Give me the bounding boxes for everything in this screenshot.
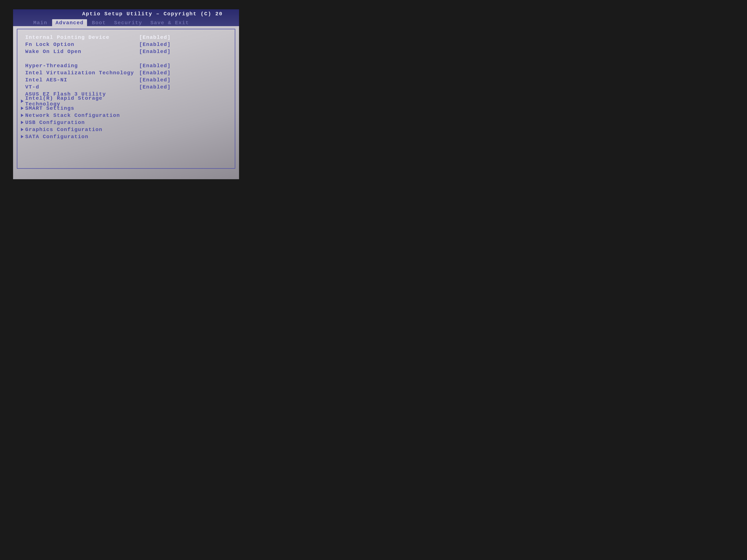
option-label: Intel AES-NI: [25, 77, 139, 83]
submenu-arrow-icon: [19, 107, 25, 110]
option-value: [Enabled]: [139, 84, 177, 90]
option-usb-configuration[interactable]: USB Configuration: [19, 119, 229, 126]
tab-main[interactable]: Main: [30, 19, 51, 26]
option-label: Network Stack Configuration: [25, 112, 139, 118]
option-label: SMART Settings: [25, 105, 139, 111]
submenu-arrow-icon: [19, 128, 25, 131]
option-sata-configuration[interactable]: SATA Configuration: [19, 133, 229, 140]
option-label: Graphics Configuration: [25, 127, 139, 133]
tab-save-exit[interactable]: Save & Exit: [147, 19, 192, 26]
option-smart-settings[interactable]: SMART Settings: [19, 105, 229, 112]
option-intel-rapid-storage-technology[interactable]: Intel(R) Rapid Storage Technology: [19, 98, 229, 105]
option-value: [Enabled]: [139, 42, 177, 47]
submenu-arrow-icon: [19, 135, 25, 138]
tab-boot[interactable]: Boot: [88, 19, 109, 26]
option-fn-lock-option[interactable]: Fn Lock Option [Enabled]: [19, 41, 229, 48]
bios-screen: Aptio Setup Utility – Copyright (C) 20 M…: [13, 9, 239, 179]
option-intel-aes-ni[interactable]: Intel AES-NI [Enabled]: [19, 76, 229, 83]
submenu-arrow-icon: [19, 114, 25, 117]
tab-advanced[interactable]: Advanced: [52, 19, 87, 26]
option-graphics-configuration[interactable]: Graphics Configuration: [19, 126, 229, 133]
option-label: Internal Pointing Device: [25, 34, 139, 40]
spacer: [19, 55, 229, 62]
option-label: Intel Virtualization Technology: [25, 70, 139, 76]
option-label: VT-d: [25, 84, 139, 90]
option-label: USB Configuration: [25, 119, 139, 126]
option-network-stack-configuration[interactable]: Network Stack Configuration: [19, 112, 229, 119]
option-value: [Enabled]: [139, 77, 177, 83]
option-label: Hyper-Threading: [25, 63, 139, 69]
header-bar: Aptio Setup Utility – Copyright (C) 20: [13, 9, 239, 18]
option-intel-virtualization-technology[interactable]: Intel Virtualization Technology [Enabled…: [19, 69, 229, 76]
option-wake-on-lid-open[interactable]: Wake On Lid Open [Enabled]: [19, 48, 229, 55]
option-label: SATA Configuration: [25, 134, 139, 140]
tab-security[interactable]: Security: [111, 19, 146, 26]
option-value: [Enabled]: [139, 34, 177, 40]
option-vt-d[interactable]: VT-d [Enabled]: [19, 83, 229, 90]
option-internal-pointing-device[interactable]: Internal Pointing Device [Enabled]: [19, 34, 229, 41]
option-hyper-threading[interactable]: Hyper-Threading [Enabled]: [19, 62, 229, 69]
submenu-arrow-icon: [19, 100, 25, 103]
option-label: Fn Lock Option: [25, 42, 139, 47]
option-value: [Enabled]: [139, 49, 177, 54]
header-title: Aptio Setup Utility – Copyright (C) 20: [82, 11, 223, 17]
tab-bar: Main Advanced Boot Security Save & Exit: [13, 18, 239, 26]
submenu-arrow-icon: [19, 121, 25, 124]
option-label: Wake On Lid Open: [25, 49, 139, 54]
content-area: Internal Pointing Device [Enabled] Fn Lo…: [17, 29, 235, 169]
option-value: [Enabled]: [139, 70, 177, 76]
option-value: [Enabled]: [139, 63, 177, 69]
